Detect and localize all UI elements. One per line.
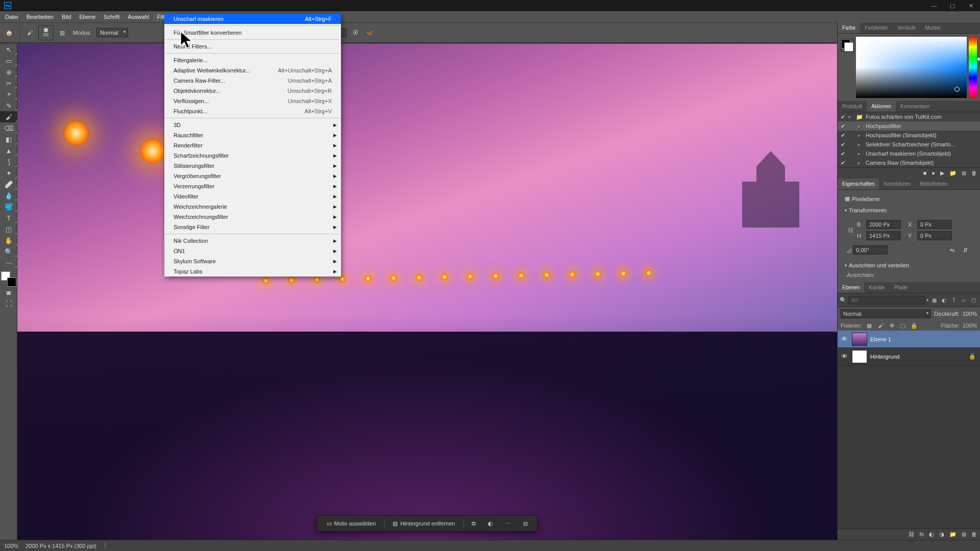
delete-layer-icon[interactable]: 🗑: [971, 531, 977, 538]
filter-menu-item[interactable]: Sonstige Filter▶: [164, 222, 341, 232]
panel-tab[interactable]: Protokoll: [838, 101, 867, 112]
tool-18[interactable]: 🔍: [0, 246, 17, 257]
filter-menu-item[interactable]: Weichzeichnungsfilter▶: [164, 212, 341, 222]
filter-menu-item[interactable]: Topaz Labs▶: [164, 266, 341, 277]
adjustment-icon[interactable]: ◑: [939, 531, 944, 538]
color-field[interactable]: [856, 37, 967, 98]
tool-3[interactable]: ✂: [0, 78, 17, 89]
layer-thumbnail[interactable]: [852, 333, 867, 346]
tool-7[interactable]: ⌫: [0, 122, 17, 134]
tool-8[interactable]: ◧: [0, 134, 17, 145]
height-input[interactable]: 1415 Px: [866, 231, 901, 240]
fill-value[interactable]: 100%: [963, 322, 977, 329]
layer-row[interactable]: 👁Ebene 1: [838, 331, 980, 348]
tool-5[interactable]: ✎: [0, 100, 17, 111]
menu-ebene[interactable]: Ebene: [75, 12, 100, 21]
filter-pixel-icon[interactable]: ▦: [930, 295, 938, 305]
new-layer-icon[interactable]: ⊞: [962, 531, 966, 538]
action-set[interactable]: ✔▾📁Fotos schärfen von TutKit.com: [838, 112, 980, 121]
select-subject-button[interactable]: ▭Motiv auswählen: [323, 518, 380, 529]
lock-all-icon[interactable]: 🔒: [910, 321, 918, 330]
new-action-icon[interactable]: ⊞: [962, 170, 966, 177]
record-icon[interactable]: ●: [932, 170, 935, 177]
x-input[interactable]: 0 Px: [917, 220, 952, 229]
y-input[interactable]: 0 Px: [917, 231, 952, 240]
brush-tool-icon[interactable]: 🖌: [24, 27, 35, 38]
action-item[interactable]: ✔▸Selektiver Scharfzeichner (Smarto...: [838, 140, 980, 149]
action-item[interactable]: ✔▸Hochpassfilter (Smartobjekt): [838, 131, 980, 140]
lock-transparency-icon[interactable]: ▦: [865, 321, 873, 330]
opacity-value[interactable]: 100%: [963, 311, 977, 317]
pressure-size-icon[interactable]: ⦿: [350, 27, 361, 38]
tool-11[interactable]: ✦: [0, 167, 17, 179]
tool-2[interactable]: ⊕: [0, 66, 17, 78]
tool-19[interactable]: ⋯: [0, 257, 17, 268]
panel-tab[interactable]: Farbe: [838, 22, 860, 33]
tool-9[interactable]: ▲: [0, 145, 17, 156]
action-item[interactable]: ✔▸Camera Raw (Smartobjekt): [838, 158, 980, 167]
panel-tab[interactable]: Muster: [920, 22, 945, 33]
filter-menu-item[interactable]: Weichzeichnergalerie▶: [164, 202, 341, 212]
panel-tab[interactable]: Pfade: [890, 282, 912, 293]
filter-menu-item[interactable]: Stilisierungsfilter▶: [164, 161, 341, 171]
action-item[interactable]: ✔▸Hochpassfilter: [838, 121, 980, 131]
chevron-right-icon[interactable]: 〉: [104, 542, 109, 549]
filter-smart-icon[interactable]: ▢: [970, 295, 978, 305]
visibility-icon[interactable]: 👁: [840, 335, 849, 343]
menu-bild[interactable]: Bild: [58, 12, 75, 21]
group-icon[interactable]: 📁: [949, 531, 957, 538]
filter-menu-item[interactable]: Filtergalerie...: [164, 55, 341, 65]
filter-menu-item[interactable]: Fluchtpunkt...Alt+Strg+V: [164, 106, 341, 116]
foreground-background-swatch[interactable]: [841, 39, 854, 52]
panel-tab[interactable]: Korrekturen: [879, 179, 915, 189]
filter-menu-item[interactable]: Videofilter▶: [164, 191, 341, 202]
link-icon[interactable]: ⛓: [847, 223, 854, 237]
filter-menu-item[interactable]: Für Smartfilter konvertieren: [164, 28, 341, 38]
close-button[interactable]: ✕: [962, 0, 980, 11]
maximize-button[interactable]: ▢: [943, 0, 962, 11]
lock-position-icon[interactable]: ✥: [888, 321, 896, 330]
tool-13[interactable]: 💧: [0, 190, 17, 201]
new-set-icon[interactable]: 📁: [949, 170, 957, 177]
layer-blend-mode[interactable]: Normal: [841, 309, 931, 318]
panel-tab[interactable]: Kanäle: [864, 282, 889, 293]
menu-datei[interactable]: Datei: [1, 12, 22, 21]
filter-menu-item[interactable]: Scharfzeichnungsfilter▶: [164, 151, 341, 161]
tool-10[interactable]: ⟆: [0, 156, 17, 167]
filter-menu-item[interactable]: Renderfilter▶: [164, 140, 341, 151]
action-item[interactable]: ✔▸Unscharf maskieren (Smartobjekt): [838, 149, 980, 158]
canvas[interactable]: ▭Motiv auswählen ▨Hintergrund entfernen …: [17, 44, 837, 540]
tool-17[interactable]: ✋: [0, 235, 17, 246]
filter-shape-icon[interactable]: ▱: [960, 295, 968, 305]
width-input[interactable]: 2000 Px: [866, 220, 901, 229]
filter-menu-item[interactable]: ON1▶: [164, 246, 341, 256]
panel-tab[interactable]: Farbfelder: [860, 22, 893, 33]
more-icon[interactable]: ⋯: [501, 518, 515, 529]
trash-icon[interactable]: 🗑: [971, 170, 977, 177]
filter-adjust-icon[interactable]: ◐: [940, 295, 948, 305]
home-button[interactable]: 🏠: [3, 27, 15, 39]
blend-mode-select[interactable]: Normal: [96, 28, 128, 37]
color-swatches[interactable]: [1, 271, 16, 287]
tool-4[interactable]: ⌖: [0, 89, 17, 100]
flip-v-icon[interactable]: ⇵: [960, 244, 971, 256]
panel-tab[interactable]: Eigenschaften: [838, 179, 879, 189]
screenmode-icon[interactable]: ⛶: [0, 298, 17, 309]
properties-icon[interactable]: ⊟: [519, 518, 532, 529]
panel-tab[interactable]: Verläufe: [893, 22, 921, 33]
panel-tab[interactable]: Ebenen: [838, 282, 864, 293]
menu-schrift[interactable]: Schrift: [100, 12, 124, 21]
quickmask-icon[interactable]: ◙: [0, 287, 17, 298]
mask-icon[interactable]: ◐: [929, 531, 934, 538]
hue-slider[interactable]: [969, 37, 977, 98]
layer-search-input[interactable]: [848, 296, 925, 305]
filter-menu-item[interactable]: 3D▶: [164, 120, 341, 130]
filter-type-icon[interactable]: T: [950, 295, 958, 305]
crop-icon[interactable]: ⧉: [468, 518, 480, 529]
tool-14[interactable]: 🪣: [0, 201, 17, 212]
filter-menu-item[interactable]: Verzerrungsfilter▶: [164, 181, 341, 191]
adjust-icon[interactable]: ◐: [484, 518, 497, 529]
filter-menu-item[interactable]: Unscharf maskierenAlt+Strg+F: [164, 14, 341, 24]
zoom-value[interactable]: 100%: [4, 543, 18, 549]
stop-icon[interactable]: ■: [923, 170, 927, 177]
